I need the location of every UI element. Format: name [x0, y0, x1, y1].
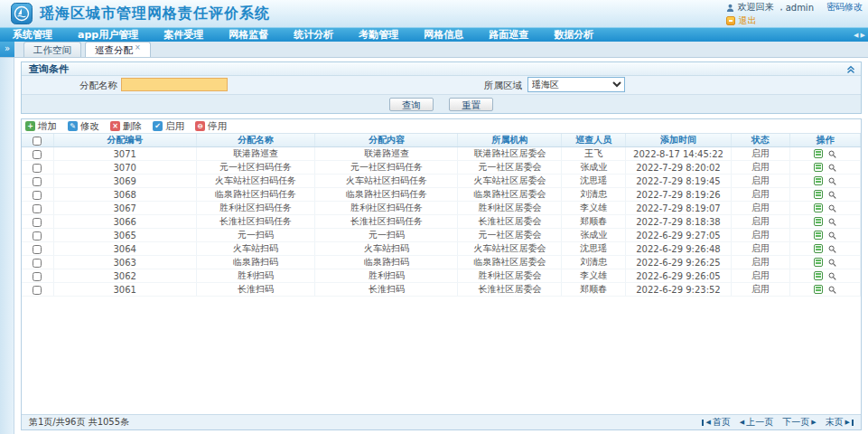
- row-checkbox[interactable]: [33, 150, 42, 159]
- sidebar-expand-button[interactable]: »: [0, 41, 14, 57]
- row-checkbox[interactable]: [33, 231, 42, 241]
- row-checkbox[interactable]: [33, 245, 42, 254]
- app-logo-icon: [11, 3, 33, 24]
- grid-empty-area: [22, 297, 861, 414]
- cell-status: 启用: [731, 283, 789, 297]
- nav-scroll-left-icon[interactable]: ◀: [854, 32, 858, 39]
- nav-item-4[interactable]: 网格监督: [216, 28, 281, 42]
- table-row: 3071联港路巡查联港路巡查联港路社区居委会王飞2022-8-17 14:45:…: [22, 147, 861, 161]
- assign-list-icon[interactable]: [814, 244, 823, 253]
- assign-list-icon[interactable]: [814, 258, 823, 267]
- search-button[interactable]: 查询: [389, 98, 434, 111]
- column-header[interactable]: 巡查人员: [562, 134, 626, 147]
- last-page-icon: ▶: [845, 419, 850, 426]
- assign-list-icon[interactable]: [814, 163, 823, 172]
- grid-toolbar: +增加✎修改×删除✔启用⊖停用: [22, 119, 861, 134]
- assign-name-label: 分配名称: [22, 76, 117, 94]
- next-page-button[interactable]: 下一页 ▶: [782, 416, 816, 429]
- logout-link[interactable]: 退出: [738, 14, 756, 27]
- column-header[interactable]: 分配内容: [315, 134, 458, 147]
- tab-label: 工作空间: [33, 44, 71, 55]
- assign-list-icon[interactable]: [814, 203, 823, 212]
- table-row: 3070元一社区扫码任务元一社区扫码任务元一社区居委会张成业2022-7-29 …: [22, 161, 861, 175]
- view-detail-icon[interactable]: [828, 245, 836, 253]
- nav-item-7[interactable]: 网格信息: [411, 28, 476, 42]
- assign-list-icon[interactable]: [814, 285, 823, 294]
- region-select[interactable]: 瑶海区: [527, 77, 625, 92]
- column-header[interactable]: 添加时间: [626, 134, 732, 147]
- row-checkbox[interactable]: [33, 218, 42, 227]
- cell-status: 启用: [731, 188, 789, 202]
- cell-patrol-person: 郑顺春: [562, 215, 626, 229]
- column-header[interactable]: 操作: [789, 134, 860, 147]
- view-detail-icon[interactable]: [828, 259, 836, 267]
- cell-assign-name: 元一扫码: [196, 229, 315, 242]
- 增加-button[interactable]: +增加: [25, 120, 57, 133]
- user-icon: [726, 4, 734, 12]
- view-detail-icon[interactable]: [828, 204, 836, 212]
- nav-item-6[interactable]: 考勤管理: [346, 28, 411, 42]
- row-checkbox[interactable]: [33, 259, 42, 268]
- nav-item-8[interactable]: 路面巡查: [476, 28, 541, 42]
- query-panel-title: 查询条件: [29, 63, 69, 75]
- cell-org: 元一社区居委会: [458, 229, 562, 242]
- column-header[interactable]: 状态: [731, 134, 789, 147]
- edit-icon: ✎: [68, 121, 78, 131]
- first-page-button[interactable]: ◀ 首页: [702, 416, 730, 429]
- row-checkbox[interactable]: [33, 164, 42, 173]
- password-change-link[interactable]: 密码修改: [826, 1, 863, 14]
- nav-item-9[interactable]: 数据分析: [541, 28, 606, 42]
- last-page-button[interactable]: 末页 ▶: [826, 416, 854, 429]
- nav-item-2[interactable]: app用户管理: [65, 28, 151, 42]
- enable-icon: ✔: [153, 121, 163, 131]
- column-header[interactable]: 所属机构: [458, 134, 562, 147]
- view-detail-icon[interactable]: [828, 150, 836, 158]
- view-detail-icon[interactable]: [828, 177, 836, 185]
- table-row: 3066长淮社区扫码任务长淮社区扫码任务长淮社区居委会郑顺春2022-7-29 …: [22, 215, 861, 229]
- select-all-checkbox[interactable]: [33, 137, 42, 146]
- cell-assign-content: 临泉路扫码: [315, 256, 458, 269]
- prev-page-button[interactable]: ◀ 上一页: [740, 416, 773, 429]
- column-header[interactable]: 分配名称: [196, 134, 315, 147]
- nav-scroll-right-icon[interactable]: ▶: [861, 32, 865, 39]
- row-checkbox[interactable]: [33, 286, 42, 295]
- assign-list-icon[interactable]: [814, 149, 823, 158]
- cell-status: 启用: [731, 215, 789, 229]
- 修改-button[interactable]: ✎修改: [68, 120, 99, 133]
- assign-list-icon[interactable]: [814, 217, 823, 226]
- cell-add-time: 2022-6-29 9:23:52: [626, 283, 732, 297]
- cell-assign-name: 联港路巡查: [196, 147, 315, 161]
- tab-close-icon[interactable]: ×: [135, 43, 141, 52]
- view-detail-icon[interactable]: [828, 272, 836, 280]
- assign-list-icon[interactable]: [814, 176, 823, 185]
- toolbar-button-label: 启用: [165, 120, 184, 133]
- row-checkbox[interactable]: [33, 191, 42, 200]
- view-detail-icon[interactable]: [828, 231, 836, 240]
- row-checkbox[interactable]: [33, 272, 42, 281]
- view-detail-icon[interactable]: [828, 164, 836, 172]
- nav-item-5[interactable]: 统计分析: [281, 28, 346, 42]
- collapsed-sidebar[interactable]: [0, 58, 14, 434]
- assign-list-icon[interactable]: [814, 231, 823, 240]
- row-checkbox[interactable]: [33, 204, 42, 213]
- tab-2[interactable]: 巡查分配×: [85, 42, 151, 57]
- nav-item-1[interactable]: 系统管理: [0, 28, 65, 42]
- view-detail-icon[interactable]: [828, 218, 836, 226]
- nav-item-3[interactable]: 案件受理: [151, 28, 216, 42]
- view-detail-icon[interactable]: [828, 286, 836, 294]
- view-detail-icon[interactable]: [828, 191, 836, 199]
- assign-list-icon[interactable]: [814, 190, 823, 199]
- cell-assign-no: 3066: [53, 215, 196, 229]
- row-checkbox[interactable]: [33, 177, 42, 186]
- tab-label: 巡查分配: [95, 44, 133, 55]
- tab-1[interactable]: 工作空间: [23, 42, 81, 57]
- assign-list-icon[interactable]: [814, 271, 823, 280]
- app-header: 瑶海区城市管理网格责任评价系统 欢迎回来 ，admin 密码修改 退出: [0, 0, 868, 27]
- 停用-button[interactable]: ⊖停用: [195, 120, 227, 133]
- 启用-button[interactable]: ✔启用: [153, 120, 184, 133]
- 删除-button[interactable]: ×删除: [110, 120, 142, 133]
- cell-status: 启用: [731, 202, 789, 215]
- reset-button[interactable]: 重置: [449, 98, 493, 111]
- column-header[interactable]: 分配编号: [53, 134, 196, 147]
- assign-name-input[interactable]: [121, 78, 228, 91]
